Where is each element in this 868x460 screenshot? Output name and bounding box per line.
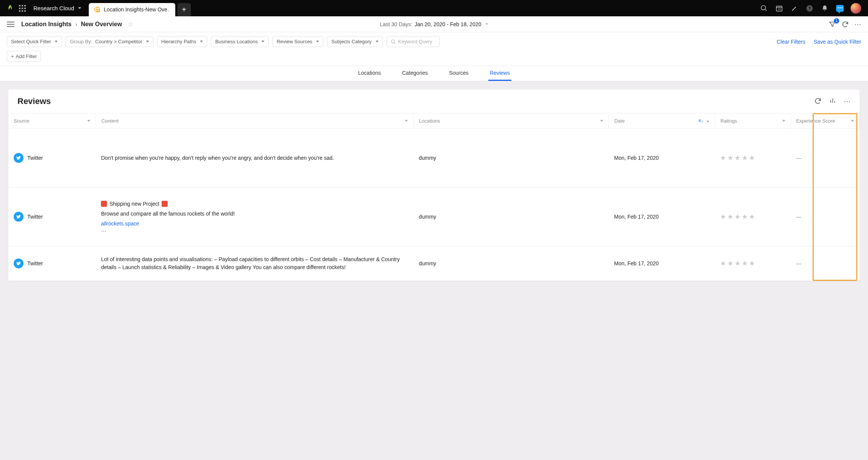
- filter-count-badge: 1: [834, 18, 839, 24]
- clear-filters-link[interactable]: Clear Filters: [777, 39, 805, 45]
- book-emoji-icon: [162, 201, 168, 207]
- calendar-icon[interactable]: 18: [775, 4, 783, 13]
- menu-toggle-icon[interactable]: [7, 22, 14, 27]
- chevron-down-icon[interactable]: [600, 120, 603, 122]
- topbar: Research Cloud Location Insights-New Ove…: [0, 0, 868, 16]
- group-by-prefix: Group By:: [70, 39, 92, 44]
- card-more-icon[interactable]: ⋯: [844, 97, 851, 106]
- save-quick-filter-link[interactable]: Save as Quick Filter: [814, 39, 861, 45]
- col-header-source[interactable]: Source: [8, 113, 96, 129]
- content-text: Browse and compare all the famous rocket…: [101, 211, 408, 217]
- location-cell: dummy: [414, 187, 609, 246]
- more-icon[interactable]: ⋯: [854, 20, 861, 28]
- plus-icon: +: [11, 54, 14, 59]
- browser-tab-active[interactable]: Location Insights-New Ove…: [89, 3, 175, 16]
- chevron-down-icon[interactable]: [782, 120, 785, 122]
- col-header-date[interactable]: Date≡↓: [609, 113, 715, 129]
- locations-filter-label: Business Locations: [215, 39, 258, 44]
- breadcrumb-part2: New Overview: [81, 21, 122, 28]
- new-tab-button[interactable]: +: [178, 3, 191, 16]
- svg-point-9: [391, 39, 394, 43]
- breadcrumb-separator-icon: ›: [75, 21, 77, 27]
- content-link[interactable]: allrockets.space: [101, 221, 408, 227]
- chevron-down-icon: [78, 7, 81, 9]
- keyword-placeholder: Keyword Query: [398, 39, 432, 44]
- chevron-down-icon[interactable]: [405, 120, 408, 122]
- chevron-down-icon: [200, 41, 203, 43]
- filters-bar: Select Quick Filter Group By: Country > …: [0, 32, 868, 66]
- content-text: Lot of interesting data points and visua…: [101, 255, 408, 271]
- col-header-ratings[interactable]: Ratings: [715, 113, 791, 129]
- chevron-down-icon: [146, 41, 149, 43]
- chevron-down-icon[interactable]: [706, 121, 709, 123]
- twitter-icon: [14, 258, 24, 268]
- subjects-filter-dropdown[interactable]: Subjects Category: [327, 36, 382, 47]
- book-emoji-icon: [101, 201, 107, 207]
- chevron-down-icon: [55, 41, 58, 43]
- date-range-picker[interactable]: Last 30 Days: Jan 20, 2020 - Feb 18, 202…: [380, 21, 488, 27]
- exp-score: —: [796, 260, 801, 266]
- date-cell: Mon, Feb 17, 2020: [609, 246, 715, 281]
- twitter-icon: [14, 153, 24, 163]
- card-title: Reviews: [17, 96, 51, 106]
- col-header-content[interactable]: Content: [96, 113, 413, 129]
- page-subbar: Location Insights › New Overview ☆ Last …: [0, 16, 868, 32]
- table-row[interactable]: Twitter Shipping new Project Browse and …: [8, 187, 860, 246]
- group-by-dropdown[interactable]: Group By: Country > Competitor: [66, 36, 153, 47]
- rating-stars: ★★★★★: [720, 154, 785, 162]
- add-filter-button[interactable]: + Add Filter: [7, 51, 41, 62]
- sort-desc-icon: ≡↓: [698, 118, 703, 123]
- sources-filter-dropdown[interactable]: Review Sources: [272, 36, 323, 47]
- bell-icon[interactable]: [821, 4, 829, 13]
- keyword-search-input[interactable]: Keyword Query: [387, 36, 440, 47]
- location-cell: dummy: [414, 246, 609, 281]
- col-header-locations[interactable]: Locations: [414, 113, 609, 129]
- twitter-icon: [14, 212, 24, 222]
- chat-icon[interactable]: [836, 4, 844, 13]
- tab-globe-icon: [93, 6, 101, 13]
- refresh-icon[interactable]: [841, 20, 849, 28]
- workspace-dropdown[interactable]: Research Cloud: [30, 3, 84, 13]
- hierarchy-label: Hierarchy Paths: [161, 39, 196, 44]
- col-header-experience[interactable]: Experience Score: [791, 113, 859, 129]
- content-trail: …: [101, 227, 408, 233]
- exp-score: —: [796, 214, 801, 220]
- app-logo-icon[interactable]: [6, 4, 14, 13]
- sources-filter-label: Review Sources: [277, 39, 312, 44]
- svg-point-2: [761, 5, 766, 10]
- tab-locations[interactable]: Locations: [357, 70, 382, 81]
- group-by-value: Country > Competitor: [95, 39, 142, 44]
- workspace-name: Research Cloud: [33, 5, 74, 11]
- rating-stars: ★★★★★: [720, 259, 785, 268]
- tab-categories[interactable]: Categories: [401, 70, 429, 81]
- table-row[interactable]: Twitter Don't promise when you're happy,…: [8, 129, 860, 187]
- apps-grid-icon[interactable]: [19, 5, 26, 12]
- favorite-star-icon[interactable]: ☆: [127, 20, 134, 28]
- help-icon[interactable]: ?: [805, 4, 814, 13]
- breadcrumb-part1[interactable]: Location Insights: [21, 21, 71, 28]
- quick-filter-dropdown[interactable]: Select Quick Filter: [7, 36, 62, 47]
- reviews-card: Reviews ⋯ Source Content Locations Date≡…: [8, 90, 860, 281]
- content-title: Shipping new Project: [109, 201, 159, 207]
- chevron-down-icon: [485, 23, 488, 25]
- hierarchy-dropdown[interactable]: Hierarchy Paths: [157, 36, 207, 47]
- tab-reviews[interactable]: Reviews: [488, 70, 511, 81]
- location-cell: dummy: [414, 129, 609, 187]
- chevron-down-icon[interactable]: [851, 120, 854, 122]
- card-chart-icon[interactable]: [829, 97, 836, 106]
- search-icon[interactable]: [760, 4, 768, 13]
- table-row[interactable]: Twitter Lot of interesting data points a…: [8, 246, 860, 281]
- exp-score: —: [796, 155, 801, 161]
- date-range-value: Jan 20, 2020 - Feb 18, 2020: [415, 21, 481, 27]
- locations-filter-dropdown[interactable]: Business Locations: [211, 36, 269, 47]
- tab-sources[interactable]: Sources: [448, 70, 470, 81]
- card-refresh-icon[interactable]: [814, 97, 822, 106]
- chevron-down-icon[interactable]: [87, 120, 90, 122]
- pencil-icon[interactable]: [790, 4, 799, 13]
- user-avatar[interactable]: [851, 3, 861, 14]
- add-filter-label: Add Filter: [16, 54, 37, 59]
- svg-text:18: 18: [778, 8, 781, 11]
- source-name: Twitter: [27, 214, 43, 220]
- filter-funnel-icon[interactable]: 1: [829, 20, 836, 28]
- date-cell: Mon, Feb 17, 2020: [609, 187, 715, 246]
